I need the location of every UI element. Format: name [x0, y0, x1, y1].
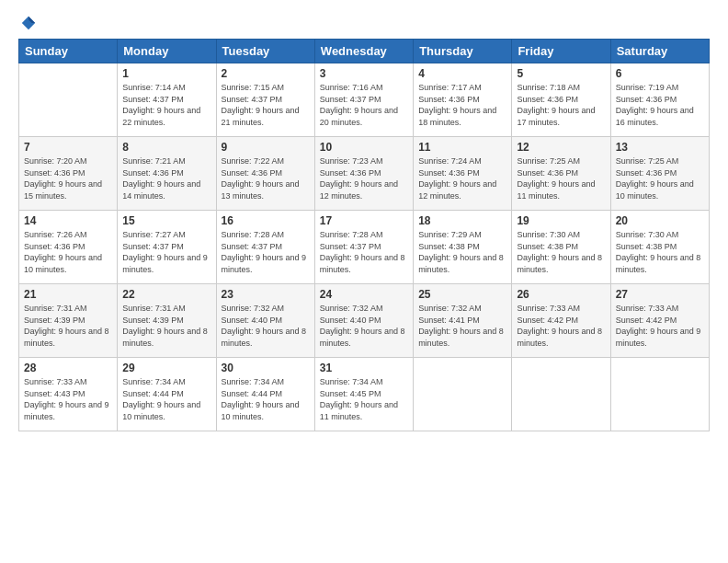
day-number: 21 [24, 288, 112, 301]
day-cell: 5Sunrise: 7:18 AMSunset: 4:36 PMDaylight… [512, 63, 610, 137]
day-info: Sunrise: 7:34 AMSunset: 4:44 PMDaylight:… [122, 376, 210, 422]
day-cell [610, 358, 709, 431]
day-number: 12 [517, 141, 605, 154]
day-cell: 4Sunrise: 7:17 AMSunset: 4:36 PMDaylight… [414, 63, 512, 137]
day-number: 5 [517, 67, 605, 80]
day-info: Sunrise: 7:21 AMSunset: 4:36 PMDaylight:… [122, 155, 210, 201]
col-header-saturday: Saturday [610, 40, 709, 63]
day-info: Sunrise: 7:28 AMSunset: 4:37 PMDaylight:… [222, 229, 310, 275]
col-header-sunday: Sunday [19, 40, 118, 63]
day-cell: 12Sunrise: 7:25 AMSunset: 4:36 PMDayligh… [512, 137, 610, 211]
day-number: 22 [122, 288, 210, 301]
day-number: 13 [616, 141, 704, 154]
day-number: 19 [517, 214, 605, 227]
day-info: Sunrise: 7:25 AMSunset: 4:36 PMDaylight:… [616, 155, 704, 201]
day-info: Sunrise: 7:15 AMSunset: 4:37 PMDaylight:… [222, 82, 310, 128]
logo [18, 15, 37, 31]
day-cell: 6Sunrise: 7:19 AMSunset: 4:36 PMDaylight… [610, 63, 709, 137]
day-cell [512, 358, 610, 431]
week-row-2: 7Sunrise: 7:20 AMSunset: 4:36 PMDaylight… [19, 137, 710, 211]
day-number: 16 [222, 214, 310, 227]
day-cell: 8Sunrise: 7:21 AMSunset: 4:36 PMDaylight… [118, 137, 216, 211]
day-cell: 27Sunrise: 7:33 AMSunset: 4:42 PMDayligh… [610, 284, 709, 358]
day-cell: 22Sunrise: 7:31 AMSunset: 4:39 PMDayligh… [118, 284, 216, 358]
page: SundayMondayTuesdayWednesdayThursdayFrid… [0, 0, 728, 563]
day-info: Sunrise: 7:28 AMSunset: 4:37 PMDaylight:… [320, 229, 408, 275]
day-cell: 24Sunrise: 7:32 AMSunset: 4:40 PMDayligh… [314, 284, 413, 358]
day-number: 31 [320, 362, 408, 374]
day-number: 15 [122, 214, 210, 227]
day-cell: 13Sunrise: 7:25 AMSunset: 4:36 PMDayligh… [610, 137, 709, 211]
col-header-monday: Monday [118, 40, 216, 63]
col-header-tuesday: Tuesday [216, 40, 314, 63]
day-number: 18 [418, 214, 506, 227]
day-info: Sunrise: 7:34 AMSunset: 4:44 PMDaylight:… [222, 376, 310, 422]
day-info: Sunrise: 7:29 AMSunset: 4:38 PMDaylight:… [418, 229, 506, 275]
day-number: 7 [24, 141, 112, 154]
day-number: 11 [418, 141, 506, 154]
day-cell [19, 63, 118, 137]
day-cell: 19Sunrise: 7:30 AMSunset: 4:38 PMDayligh… [512, 211, 610, 284]
week-row-4: 21Sunrise: 7:31 AMSunset: 4:39 PMDayligh… [19, 284, 710, 358]
day-info: Sunrise: 7:22 AMSunset: 4:36 PMDaylight:… [222, 155, 310, 201]
calendar-header-row: SundayMondayTuesdayWednesdayThursdayFrid… [19, 40, 710, 63]
day-cell: 16Sunrise: 7:28 AMSunset: 4:37 PMDayligh… [216, 211, 314, 284]
day-info: Sunrise: 7:31 AMSunset: 4:39 PMDaylight:… [24, 303, 112, 349]
day-cell: 10Sunrise: 7:23 AMSunset: 4:36 PMDayligh… [314, 137, 413, 211]
day-cell: 3Sunrise: 7:16 AMSunset: 4:37 PMDaylight… [314, 63, 413, 137]
day-number: 20 [616, 214, 704, 227]
day-info: Sunrise: 7:34 AMSunset: 4:45 PMDaylight:… [320, 376, 408, 422]
day-cell: 11Sunrise: 7:24 AMSunset: 4:36 PMDayligh… [414, 137, 512, 211]
week-row-3: 14Sunrise: 7:26 AMSunset: 4:36 PMDayligh… [19, 211, 710, 284]
day-number: 3 [320, 67, 408, 80]
day-info: Sunrise: 7:32 AMSunset: 4:40 PMDaylight:… [222, 303, 310, 349]
day-number: 29 [122, 362, 210, 374]
day-cell: 2Sunrise: 7:15 AMSunset: 4:37 PMDaylight… [216, 63, 314, 137]
week-row-5: 28Sunrise: 7:33 AMSunset: 4:43 PMDayligh… [19, 358, 710, 431]
day-info: Sunrise: 7:27 AMSunset: 4:37 PMDaylight:… [122, 229, 210, 275]
day-cell: 30Sunrise: 7:34 AMSunset: 4:44 PMDayligh… [216, 358, 314, 431]
day-number: 2 [222, 67, 310, 80]
day-cell: 26Sunrise: 7:33 AMSunset: 4:42 PMDayligh… [512, 284, 610, 358]
day-number: 28 [24, 362, 112, 374]
day-info: Sunrise: 7:33 AMSunset: 4:42 PMDaylight:… [616, 303, 704, 349]
day-number: 25 [418, 288, 506, 301]
logo-icon [20, 15, 37, 31]
day-cell: 21Sunrise: 7:31 AMSunset: 4:39 PMDayligh… [19, 284, 118, 358]
day-info: Sunrise: 7:26 AMSunset: 4:36 PMDaylight:… [24, 229, 112, 275]
week-row-1: 1Sunrise: 7:14 AMSunset: 4:37 PMDaylight… [19, 63, 710, 137]
header [18, 15, 710, 31]
day-number: 26 [517, 288, 605, 301]
day-info: Sunrise: 7:31 AMSunset: 4:39 PMDaylight:… [122, 303, 210, 349]
col-header-wednesday: Wednesday [314, 40, 413, 63]
day-info: Sunrise: 7:16 AMSunset: 4:37 PMDaylight:… [320, 82, 408, 128]
day-cell: 28Sunrise: 7:33 AMSunset: 4:43 PMDayligh… [19, 358, 118, 431]
day-number: 24 [320, 288, 408, 301]
day-cell: 29Sunrise: 7:34 AMSunset: 4:44 PMDayligh… [118, 358, 216, 431]
day-info: Sunrise: 7:17 AMSunset: 4:36 PMDaylight:… [418, 82, 506, 128]
day-cell: 14Sunrise: 7:26 AMSunset: 4:36 PMDayligh… [19, 211, 118, 284]
calendar-table: SundayMondayTuesdayWednesdayThursdayFrid… [18, 39, 710, 431]
day-cell: 15Sunrise: 7:27 AMSunset: 4:37 PMDayligh… [118, 211, 216, 284]
day-number: 1 [122, 67, 210, 80]
day-cell: 25Sunrise: 7:32 AMSunset: 4:41 PMDayligh… [414, 284, 512, 358]
day-info: Sunrise: 7:25 AMSunset: 4:36 PMDaylight:… [517, 155, 605, 201]
day-info: Sunrise: 7:30 AMSunset: 4:38 PMDaylight:… [616, 229, 704, 275]
day-info: Sunrise: 7:18 AMSunset: 4:36 PMDaylight:… [517, 82, 605, 128]
day-info: Sunrise: 7:24 AMSunset: 4:36 PMDaylight:… [418, 155, 506, 201]
day-number: 27 [616, 288, 704, 301]
day-number: 4 [418, 67, 506, 80]
day-info: Sunrise: 7:20 AMSunset: 4:36 PMDaylight:… [24, 155, 112, 201]
day-cell: 20Sunrise: 7:30 AMSunset: 4:38 PMDayligh… [610, 211, 709, 284]
day-number: 10 [320, 141, 408, 154]
day-info: Sunrise: 7:32 AMSunset: 4:40 PMDaylight:… [320, 303, 408, 349]
day-number: 6 [616, 67, 704, 80]
day-cell: 23Sunrise: 7:32 AMSunset: 4:40 PMDayligh… [216, 284, 314, 358]
day-info: Sunrise: 7:14 AMSunset: 4:37 PMDaylight:… [122, 82, 210, 128]
day-info: Sunrise: 7:32 AMSunset: 4:41 PMDaylight:… [418, 303, 506, 349]
day-number: 9 [222, 141, 310, 154]
day-info: Sunrise: 7:19 AMSunset: 4:36 PMDaylight:… [616, 82, 704, 128]
day-cell: 1Sunrise: 7:14 AMSunset: 4:37 PMDaylight… [118, 63, 216, 137]
day-info: Sunrise: 7:30 AMSunset: 4:38 PMDaylight:… [517, 229, 605, 275]
day-cell: 7Sunrise: 7:20 AMSunset: 4:36 PMDaylight… [19, 137, 118, 211]
